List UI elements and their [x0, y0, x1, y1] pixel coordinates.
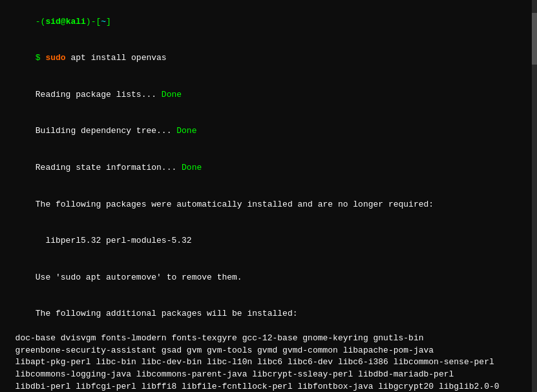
prompt-line: -(sid@kali)-[~] — [5, 4, 532, 41]
pkg-text-5: libdbi-perl libfcgi-perl libffi8 libfile… — [5, 382, 500, 391]
done-1: Done — [162, 90, 182, 99]
prompt-user: sid@kali — [45, 17, 85, 26]
pkg-text-3: libapt-pkg-perl libc-bin libc-dev-bin li… — [5, 357, 494, 367]
scrollbar-thumb[interactable] — [532, 13, 537, 65]
command-line: $ sudo apt install openvas — [5, 41, 532, 77]
status-text-2: Building dependency tree... — [36, 126, 176, 136]
auto-install-header: The following packages were automaticall… — [5, 187, 532, 223]
pkg-line-4: libcommons-logging-java libcommons-paren… — [5, 369, 532, 381]
prompt-decoration: -( — [36, 17, 46, 26]
pkg-line-5: libdbi-perl libfcgi-perl libffi8 libfile… — [5, 381, 532, 392]
prompt-bracket-close: )-[ — [86, 17, 101, 26]
prompt-symbol: $ — [36, 53, 46, 63]
terminal-container: -(sid@kali)-[~] $ sudo apt install openv… — [0, 0, 537, 392]
additional-text: The following additional packages will b… — [36, 309, 298, 318]
done-3: Done — [182, 163, 202, 172]
autoremove-text: Use 'sudo apt autoremove' to remove them… — [36, 273, 242, 282]
terminal[interactable]: -(sid@kali)-[~] $ sudo apt install openv… — [0, 0, 537, 392]
status-line-1: Reading package lists... Done — [5, 77, 532, 114]
auto-install-text2: are no longer required: — [313, 200, 434, 209]
pkg-text-2: greenbone-security-assistant gsad gvm gv… — [5, 346, 434, 355]
status-line-3: Reading state information... Done — [5, 150, 532, 187]
auto-install-text: The following packages were automaticall… — [36, 200, 298, 209]
done-2: Done — [176, 126, 196, 136]
status-text-1: Reading package lists... — [36, 90, 162, 99]
pkg-text-1: doc-base dvisvgm fonts-lmodern fonts-tex… — [5, 333, 424, 343]
and-text: and — [297, 200, 312, 209]
prompt-dir: ~ — [101, 17, 106, 26]
additional-header: The following additional packages will b… — [5, 296, 532, 333]
command-text: apt install openvas — [66, 53, 167, 63]
auto-install-pkgs: libperl5.32 perl-modules-5.32 — [5, 223, 532, 260]
pkg-line-1: doc-base dvisvgm fonts-lmodern fonts-tex… — [5, 333, 532, 345]
sudo-keyword: sudo — [45, 53, 65, 63]
status-text-3: Reading state information... — [36, 163, 182, 172]
auto-pkgs-text: libperl5.32 perl-modules-5.32 — [36, 236, 192, 245]
pkg-line-3: libapt-pkg-perl libc-bin libc-dev-bin li… — [5, 356, 532, 369]
status-line-2: Building dependency tree... Done — [5, 114, 532, 150]
prompt-bracket-end: ] — [106, 17, 111, 26]
autoremove-hint: Use 'sudo apt autoremove' to remove them… — [5, 260, 532, 296]
pkg-line-2: greenbone-security-assistant gsad gvm gv… — [5, 345, 532, 357]
pkg-text-4: libcommons-logging-java libcommons-paren… — [5, 369, 454, 379]
scrollbar[interactable] — [532, 0, 537, 392]
